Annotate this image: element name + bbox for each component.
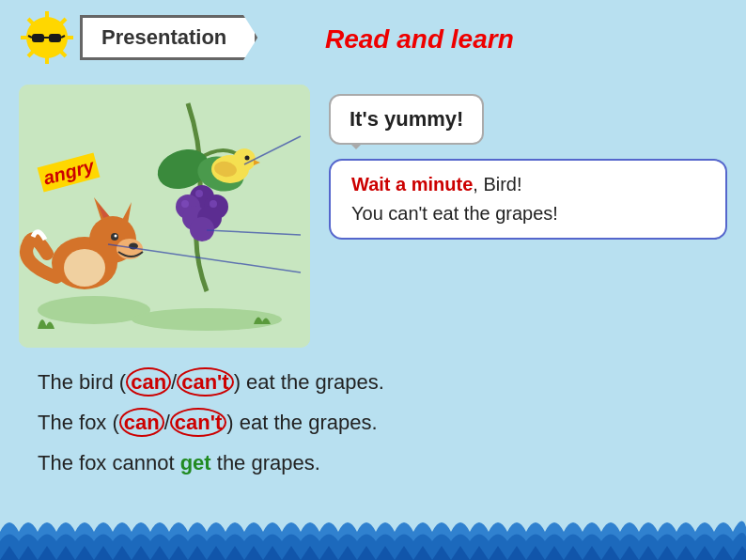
sentence-2-can: can	[119, 408, 164, 437]
sentence-1: The bird (can/can't) eat the grapes.	[38, 366, 708, 397]
sentence-2-slash: /	[164, 411, 170, 434]
bottom-decoration	[0, 494, 746, 560]
sun-icon	[19, 9, 75, 66]
bubble-yummy-text: It's yummy!	[350, 107, 463, 131]
svg-point-31	[245, 156, 250, 161]
sentence-3-before: The fox cannot	[38, 451, 180, 474]
svg-point-24	[190, 217, 214, 241]
read-learn-title: Read and learn	[325, 24, 514, 54]
sentence-2-before: The fox (	[38, 411, 119, 434]
bubble-yummy: It's yummy!	[329, 94, 484, 145]
svg-point-41	[115, 235, 117, 238]
bubble-cannot-text: You can't eat the grapes!	[351, 203, 705, 225]
sentence-2-after: ) eat the grapes.	[226, 411, 377, 434]
svg-rect-10	[49, 34, 61, 42]
sentence-1-cant: can't	[177, 367, 233, 397]
svg-line-4	[60, 51, 66, 56]
svg-line-8	[28, 19, 34, 24]
presentation-label: Presentation	[101, 25, 226, 49]
svg-point-25	[195, 190, 203, 197]
sentence-2-cant: can't	[170, 408, 226, 437]
sentences-area: The bird (can/can't) eat the grapes. The…	[0, 357, 746, 488]
svg-point-26	[181, 200, 189, 208]
bubbles-area: It's yummy! Wait a minute, Bird! You can…	[329, 85, 727, 348]
svg-rect-9	[32, 34, 44, 42]
sentence-1-can: can	[126, 367, 171, 397]
wait-rest-text: , Bird!	[473, 174, 521, 194]
wait-a-minute-text: Wait a minute	[351, 174, 473, 194]
bubble-wait: Wait a minute, Bird! You can't eat the g…	[329, 159, 727, 240]
svg-line-6	[28, 51, 34, 56]
svg-point-42	[64, 249, 105, 287]
sentence-3-after: the grapes.	[211, 451, 320, 474]
svg-point-27	[210, 200, 217, 208]
presentation-banner: Presentation	[80, 15, 257, 60]
sentence-1-after: ) eat the grapes.	[234, 370, 384, 394]
sentence-2: The fox (can/can't) eat the grapes.	[38, 407, 708, 438]
sentence-3-get: get	[180, 451, 211, 474]
main-content: angry	[0, 75, 746, 357]
sentence-1-before: The bird (	[38, 370, 126, 394]
header: Presentation Read and learn	[0, 0, 746, 75]
cartoon-image: angry	[19, 85, 310, 348]
sentence-3: The fox cannot get the grapes.	[38, 447, 708, 478]
svg-line-2	[60, 19, 66, 24]
bubble-wait-line1: Wait a minute, Bird!	[351, 174, 705, 195]
